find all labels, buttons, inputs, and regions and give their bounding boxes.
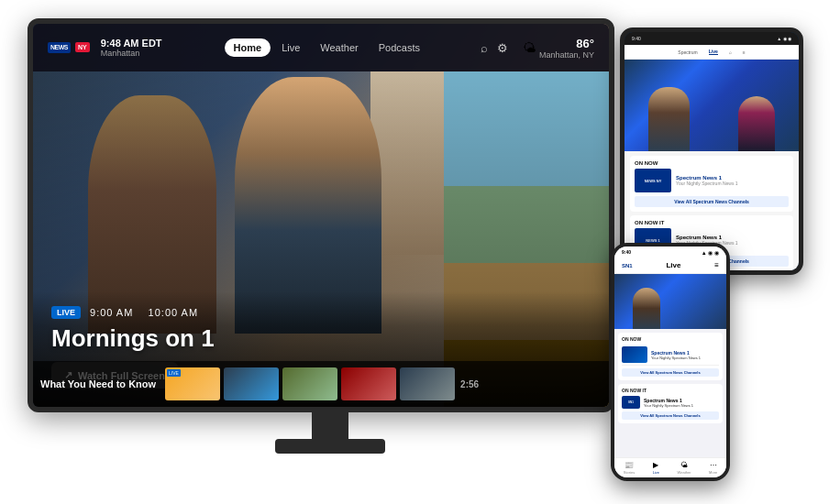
tablet-card-subtitle: Your Nightly Spectrum News 1: [676, 181, 738, 186]
stories-label: Stories: [624, 470, 635, 475]
more-icon: ⋯: [710, 461, 717, 469]
tablet-channel-logo: NEWS NY: [635, 169, 671, 192]
tablet-nav-bar: Spectrum Live ⌕ ≡: [624, 45, 799, 60]
show-time-range: 9:00 AM 10:00 AM: [90, 307, 198, 318]
nav-home[interactable]: Home: [225, 38, 271, 57]
tv-screen: NEWS NY 9:48 AM EDT Manhattan Home Live …: [33, 24, 609, 407]
more-label: More: [709, 470, 717, 475]
phone-on-now-title: ON NOW IT: [622, 388, 719, 393]
tv-icon-group: ⌕ ⚙: [481, 41, 508, 55]
tablet-nav-more[interactable]: ≡: [743, 49, 746, 55]
tv-navigation: Home Live Weather Podcasts: [181, 38, 473, 57]
phone-logo: SN1: [622, 263, 633, 268]
phone-frame: 9:40 ▲ ◉ ◉ SN1 Live ≡ ON NOW: [611, 243, 730, 481]
channel-logo: NEWS NY: [48, 42, 90, 53]
phone-live-item-1[interactable]: Spectrum News 1 Your Nightly Spectrum Ne…: [622, 345, 719, 366]
tablet-section-title: ON NOW: [635, 160, 789, 166]
strip-thumb-2[interactable]: [224, 367, 279, 400]
section-label: What You Need to Know: [40, 378, 156, 389]
scene: NEWS NY 9:48 AM EDT Manhattan Home Live …: [0, 0, 840, 504]
phone-nav-live[interactable]: ▶ Live: [653, 461, 659, 475]
phone-live-info-1: Spectrum News 1 Your Nightly Spectrum Ne…: [651, 350, 701, 360]
tablet-on-logo-text: NEWS 1: [646, 238, 659, 243]
tablet-anchor-figures: [624, 87, 799, 151]
thumbnail-strip: What You Need to Know LIVE 2:56: [33, 361, 609, 407]
tablet-logo: Spectrum: [678, 49, 697, 55]
tablet-anchor-1: [648, 87, 690, 151]
live-label: Live: [653, 470, 659, 475]
phone-on-item[interactable]: SN1 Spectrum News 1 Your Nightly Spectru…: [622, 396, 719, 409]
live-icon: ▶: [653, 461, 658, 469]
tv-container: NEWS NY 9:48 AM EDT Manhattan Home Live …: [28, 18, 633, 467]
tablet-video-player[interactable]: [624, 60, 799, 151]
phone-screen: 9:40 ▲ ◉ ◉ SN1 Live ≡ ON NOW: [614, 247, 726, 477]
tablet-time: 9:40: [632, 36, 641, 41]
phone-nav-title: Live: [666, 261, 680, 269]
weather-widget: 🌤 86° Manhattan, NY: [523, 37, 594, 60]
strip-thumb-5[interactable]: [400, 367, 455, 400]
settings-icon[interactable]: ⚙: [497, 41, 508, 55]
weather-nav-icon: 🌤: [680, 461, 688, 469]
live-badge: LIVE: [51, 306, 81, 319]
strip-thumb-1[interactable]: LIVE: [165, 367, 220, 400]
phone-on-logo: SN1: [622, 396, 640, 409]
phone-live-section: ON NOW Spectrum News 1 Your Nightly Spec…: [618, 333, 723, 380]
tablet-view-all-button[interactable]: View All Spectrum News Channels: [635, 196, 789, 207]
tv-stand-base: [275, 439, 385, 454]
phone-nav-more[interactable]: ⋯ More: [709, 461, 717, 475]
phone-nav-bar: SN1 Live ≡: [614, 257, 726, 274]
phone-time: 9:40: [622, 249, 631, 255]
strip-thumb-4[interactable]: [341, 367, 396, 400]
logo-ny-text: NY: [75, 42, 90, 52]
phone-container: 9:40 ▲ ◉ ◉ SN1 Live ≡ ON NOW: [611, 243, 730, 481]
phone-nav-icons: ≡: [714, 261, 719, 269]
tablet-status-icons: ▲ ◉ ◉: [777, 36, 791, 41]
phone-live-title: ON NOW: [622, 336, 719, 342]
phone-live-thumb-1: [622, 346, 647, 363]
tablet-container: 9:40 ▲ ◉ ◉ Spectrum Live ⌕ ≡: [620, 27, 803, 275]
phone-video-player[interactable]: [614, 274, 726, 329]
phone-nav-stories[interactable]: 📰 Stories: [624, 461, 635, 475]
phone-nav-weather[interactable]: 🌤 Weather: [678, 461, 691, 475]
weather-location: Manhattan, NY: [539, 50, 594, 60]
tablet-logo-text: NEWS NY: [645, 179, 662, 183]
phone-anchor-figure: [633, 288, 660, 329]
tablet-nav-live[interactable]: Live: [709, 49, 718, 55]
phone-on-now-section: ON NOW IT SN1 Spectrum News 1 Your Night…: [618, 384, 723, 423]
tablet-status-bar: 9:40 ▲ ◉ ◉: [624, 32, 799, 45]
phone-on-sub: Your Nightly Spectrum News 1: [644, 403, 693, 408]
weather-cloud-icon: 🌤: [523, 40, 536, 55]
nav-weather[interactable]: Weather: [311, 38, 367, 57]
phone-content-area: ON NOW Spectrum News 1 Your Nightly Spec…: [614, 329, 726, 457]
tablet-anchor-2: [738, 96, 775, 151]
nav-live[interactable]: Live: [272, 38, 309, 57]
tablet-live-item: NEWS NY Spectrum News 1 Your Nightly Spe…: [635, 169, 789, 192]
weather-nav-label: Weather: [678, 470, 691, 475]
phone-live-sub: Your Nightly Spectrum News 1: [651, 356, 701, 360]
phone-on-info: Spectrum News 1 Your Nightly Spectrum Ne…: [644, 398, 693, 408]
tablet-on-now-title: ON NOW IT: [635, 220, 789, 225]
phone-status-bar: 9:40 ▲ ◉ ◉: [614, 247, 726, 257]
strip-thumb-3[interactable]: [282, 367, 337, 400]
strip-duration: 2:56: [460, 379, 479, 389]
tv-time-display: 9:48 AM EDT: [101, 38, 162, 49]
tablet-nav-search[interactable]: ⌕: [729, 49, 732, 55]
tv-frame: NEWS NY 9:48 AM EDT Manhattan Home Live …: [28, 18, 614, 412]
search-icon[interactable]: ⌕: [481, 41, 488, 55]
live-info-row: LIVE 9:00 AM 10:00 AM: [51, 306, 591, 319]
tv-stand-neck: [312, 412, 348, 440]
tv-topbar: NEWS NY 9:48 AM EDT Manhattan Home Live …: [33, 24, 609, 71]
tablet-screen: 9:40 ▲ ◉ ◉ Spectrum Live ⌕ ≡: [624, 32, 799, 270]
show-title: Mornings on 1: [51, 324, 591, 353]
phone-view-all-2-button[interactable]: View All Spectrum News Channels: [622, 411, 719, 420]
nav-podcasts[interactable]: Podcasts: [370, 38, 429, 57]
stories-icon: 📰: [624, 461, 634, 469]
phone-bottom-nav: 📰 Stories ▶ Live 🌤 Weather ⋯ More: [614, 457, 726, 477]
weather-temperature: 86°: [576, 37, 594, 50]
tablet-live-section: ON NOW NEWS NY Spectrum News 1 Your Nigh…: [630, 156, 793, 212]
logo-news-text: NEWS: [48, 42, 71, 53]
phone-view-all-button[interactable]: View All Spectrum News Channels: [622, 368, 719, 377]
tv-location-display: Manhattan: [101, 49, 157, 58]
tablet-live-text: Spectrum News 1 Your Nightly Spectrum Ne…: [676, 175, 738, 186]
tablet-frame: 9:40 ▲ ◉ ◉ Spectrum Live ⌕ ≡: [620, 27, 803, 275]
